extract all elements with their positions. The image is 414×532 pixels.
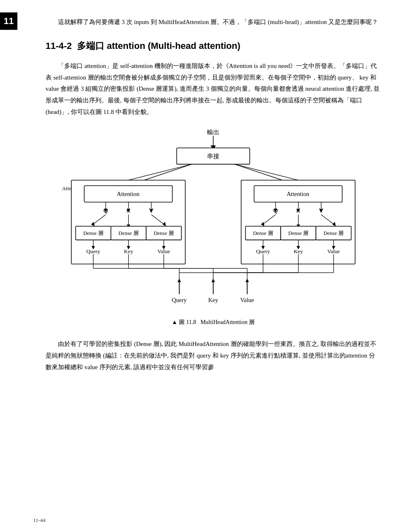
svg-text:Attention: Attention	[286, 191, 310, 197]
svg-text:Dense 層: Dense 層	[118, 230, 139, 236]
diagram-svg: 輸出 串接 Atten	[46, 126, 381, 316]
svg-text:Attention: Attention	[117, 191, 140, 197]
svg-text:Dense 層: Dense 層	[323, 230, 344, 236]
svg-line-99	[235, 164, 298, 180]
svg-text:串接: 串接	[207, 152, 219, 159]
svg-text:輸出: 輸出	[207, 128, 219, 135]
svg-text:Dense 層: Dense 層	[154, 230, 174, 236]
diagram-container: 輸出 串接 Atten	[46, 126, 381, 335]
svg-text:Key: Key	[208, 296, 219, 303]
intro-paragraph: 這就解釋了為何要傳遞 3 次 inputs 到 MultiHeadAttenti…	[46, 17, 381, 28]
caption-text: MultiHeadAttention 層	[200, 319, 255, 325]
page: 11 這就解釋了為何要傳遞 3 次 inputs 到 MultiHeadAtte…	[0, 0, 414, 532]
svg-line-4	[140, 164, 192, 181]
page-number: 11-44	[33, 517, 46, 524]
svg-text:Dense 層: Dense 層	[253, 230, 273, 236]
svg-line-98	[128, 164, 192, 180]
diagram-caption: ▲ 圖 11.8 MultiHeadAttention 層	[172, 319, 255, 326]
svg-text:Dense 層: Dense 層	[83, 230, 104, 236]
caption-prefix: ▲ 圖 11.8	[172, 319, 196, 325]
svg-line-5	[235, 164, 286, 181]
svg-text:Dense 層: Dense 層	[288, 230, 308, 236]
svg-text:Value: Value	[241, 296, 254, 303]
chapter-marker: 11	[0, 12, 17, 30]
body-paragraph: 「多端口 attention」是 self-attention 機制的一種進階版…	[46, 60, 381, 118]
section-title: 11-4-2 多端口 attention (Multi-head attenti…	[46, 40, 381, 52]
diagram-svg-element: 輸出 串接 Atten	[46, 126, 381, 316]
bottom-paragraph: 由於有了可學習的密集投影 (Dense 層), 因此 MultiHeadAtte…	[46, 339, 381, 373]
svg-text:Query: Query	[172, 296, 187, 303]
